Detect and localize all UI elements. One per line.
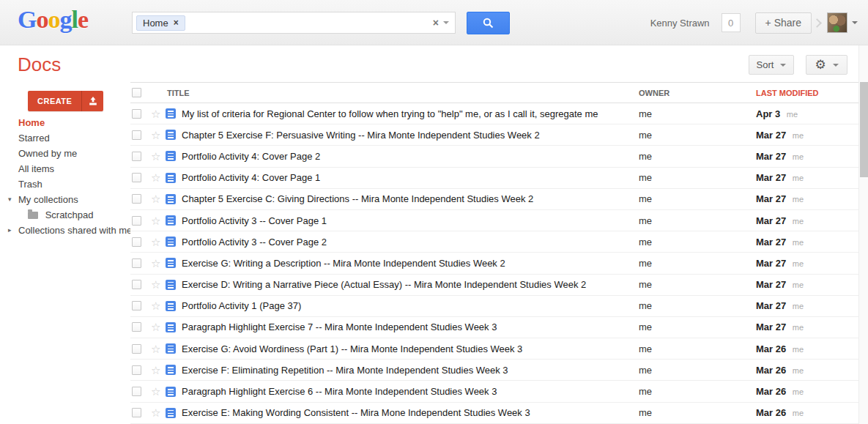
table-row[interactable]: ☆ Exercise G: Writing a Description -- M…	[130, 253, 858, 274]
row-checkbox[interactable]	[132, 322, 141, 332]
upload-button[interactable]	[81, 91, 103, 111]
sidebar-item[interactable]: Starred	[0, 130, 130, 146]
document-icon	[166, 322, 176, 332]
table-row[interactable]: ☆ Exercise D: Writing a Narrative Piece …	[130, 275, 858, 296]
document-title-link[interactable]: Exercise D: Writing a Narrative Piece (A…	[182, 279, 639, 290]
document-title-link[interactable]: My list of criteria for Regional Center …	[182, 108, 639, 119]
row-checkbox[interactable]	[132, 109, 141, 119]
sidebar-item[interactable]: All items	[0, 161, 130, 176]
sidebar-item[interactable]: ▸ Collections shared with me	[0, 223, 130, 238]
table-row[interactable]: ☆ Portfolio Activity 4: Cover Page 2 me …	[130, 146, 858, 167]
avatar[interactable]	[827, 12, 847, 33]
sidebar-item-label: My collections	[18, 194, 78, 205]
document-title-link[interactable]: Portfolio Activity 1 (Page 37)	[182, 300, 639, 311]
table-row[interactable]: ☆ Exercise G: Avoid Wordiness (Part 1) -…	[130, 338, 858, 360]
search-button[interactable]	[467, 12, 510, 34]
column-header-title[interactable]: TITLE	[166, 89, 639, 97]
star-icon[interactable]: ☆	[151, 279, 166, 290]
scrollbar-thumb[interactable]	[860, 82, 868, 177]
sidebar-item[interactable]: Trash	[0, 176, 130, 192]
row-checkbox[interactable]	[132, 259, 141, 268]
row-checkbox[interactable]	[132, 152, 141, 161]
table-row[interactable]: ☆ Paragraph Highlight Exercise 7 -- Mira…	[130, 317, 858, 338]
last-modified-date: Mar 27	[756, 279, 786, 290]
document-title-link[interactable]: Portfolio Activity 4: Cover Page 1	[182, 172, 639, 183]
star-icon[interactable]: ☆	[151, 215, 166, 226]
document-title-link[interactable]: Portfolio Activity 4: Cover Page 2	[182, 151, 639, 162]
settings-button[interactable]: ⚙	[806, 55, 847, 75]
document-title-link[interactable]: Exercise E: Making Wording Consistent --…	[182, 407, 639, 418]
table-row[interactable]: ☆ Paragraph Highlight Exercise 6 -- Mira…	[130, 381, 858, 402]
row-checkbox[interactable]	[132, 194, 141, 204]
document-title-link[interactable]: Paragraph Highlight Exercise 7 -- Mira M…	[182, 321, 639, 332]
table-row[interactable]: ☆ Exercise F: Eliminating Repetition -- …	[130, 360, 858, 381]
document-title-link[interactable]: Portfolio Activity 3 -- Cover Page 2	[182, 237, 639, 248]
user-name[interactable]: Kenny Strawn	[650, 18, 710, 29]
select-all-checkbox[interactable]	[132, 88, 141, 97]
chip-remove-icon[interactable]: ×	[174, 18, 179, 28]
sort-button-label: Sort	[757, 59, 774, 70]
owner-cell: me	[639, 365, 756, 376]
table-row[interactable]: ☆ Exercise E: Making Wording Consistent …	[130, 403, 858, 424]
row-checkbox[interactable]	[132, 173, 141, 182]
column-header-owner[interactable]: OWNER	[639, 89, 756, 97]
star-icon[interactable]: ☆	[151, 386, 166, 397]
star-icon[interactable]: ☆	[151, 343, 166, 354]
row-checkbox[interactable]	[132, 301, 141, 310]
table-row[interactable]: ☆ My list of criteria for Regional Cente…	[130, 103, 858, 124]
google-logo[interactable]: Google	[18, 6, 88, 34]
table-row[interactable]: ☆ Portfolio Activity 3 -- Cover Page 2 m…	[130, 231, 858, 253]
star-icon[interactable]: ☆	[151, 300, 166, 311]
star-icon[interactable]: ☆	[151, 237, 166, 248]
star-icon[interactable]: ☆	[151, 130, 166, 141]
row-checkbox[interactable]	[132, 280, 141, 289]
create-button[interactable]: CREATE	[28, 91, 81, 111]
star-icon[interactable]: ☆	[151, 151, 166, 162]
column-header-last-modified[interactable]: LAST MODIFIED	[756, 89, 858, 97]
star-icon[interactable]: ☆	[151, 407, 166, 418]
share-button[interactable]: + Share	[755, 12, 812, 34]
search-clear-icon[interactable]: ×	[429, 17, 443, 29]
sidebar-item[interactable]: ▾ My collections	[0, 192, 130, 207]
row-checkbox[interactable]	[132, 387, 141, 396]
document-title-link[interactable]: Exercise F: Eliminating Repetition -- Mi…	[182, 365, 639, 376]
document-title-link[interactable]: Exercise G: Writing a Description -- Mir…	[182, 258, 639, 269]
star-icon[interactable]: ☆	[151, 108, 166, 119]
row-checkbox[interactable]	[132, 365, 141, 375]
table-row[interactable]: ☆ Chapter 5 Exercise F: Persuasive Writi…	[130, 124, 858, 146]
table-row[interactable]: ☆ Portfolio Activity 1 (Page 37) me Mar …	[130, 296, 858, 317]
star-icon[interactable]: ☆	[151, 193, 166, 204]
star-icon[interactable]: ☆	[151, 321, 166, 332]
sort-button[interactable]: Sort	[749, 55, 794, 75]
document-title-link[interactable]: Chapter 5 Exercise F: Persuasive Writing…	[182, 130, 639, 141]
row-checkbox[interactable]	[132, 237, 141, 247]
sidebar-item[interactable]: Home	[0, 115, 130, 130]
row-checkbox[interactable]	[132, 408, 141, 417]
expand-arrow-icon[interactable]: ▾	[8, 192, 12, 207]
table-row[interactable]: ☆ Portfolio Activity 3 -- Cover Page 1 m…	[130, 210, 858, 231]
row-checkbox[interactable]	[132, 130, 141, 140]
search-input[interactable]: Home × ×	[132, 12, 456, 34]
search-icon	[482, 17, 494, 29]
notifications-badge[interactable]: 0	[722, 13, 741, 32]
vertical-scrollbar[interactable]	[858, 45, 868, 424]
sidebar-item[interactable]: Owned by me	[0, 146, 130, 161]
row-checkbox[interactable]	[132, 344, 141, 354]
expand-arrow-icon[interactable]: ▸	[8, 223, 12, 238]
document-title-link[interactable]: Portfolio Activity 3 -- Cover Page 1	[182, 215, 639, 226]
search-options-caret-icon[interactable]	[443, 21, 449, 24]
row-checkbox[interactable]	[132, 216, 141, 226]
document-title-link[interactable]: Chapter 5 Exercise C: Giving Directions …	[182, 193, 639, 204]
account-menu-caret-icon[interactable]	[852, 21, 858, 24]
sidebar-item[interactable]: Scratchpad	[0, 207, 130, 223]
document-title-link[interactable]: Paragraph Highlight Exercise 6 -- Mira M…	[182, 386, 639, 397]
document-title-link[interactable]: Exercise G: Avoid Wordiness (Part 1) -- …	[182, 343, 639, 354]
search-chip-home[interactable]: Home ×	[136, 15, 185, 31]
star-icon[interactable]: ☆	[151, 365, 166, 376]
star-icon[interactable]: ☆	[151, 258, 166, 269]
table-row[interactable]: ☆ Portfolio Activity 4: Cover Page 1 me …	[130, 168, 858, 189]
owner-cell: me	[639, 172, 756, 183]
page-title[interactable]: Docs	[18, 53, 61, 76]
table-row[interactable]: ☆ Chapter 5 Exercise C: Giving Direction…	[130, 189, 858, 210]
star-icon[interactable]: ☆	[151, 172, 166, 183]
